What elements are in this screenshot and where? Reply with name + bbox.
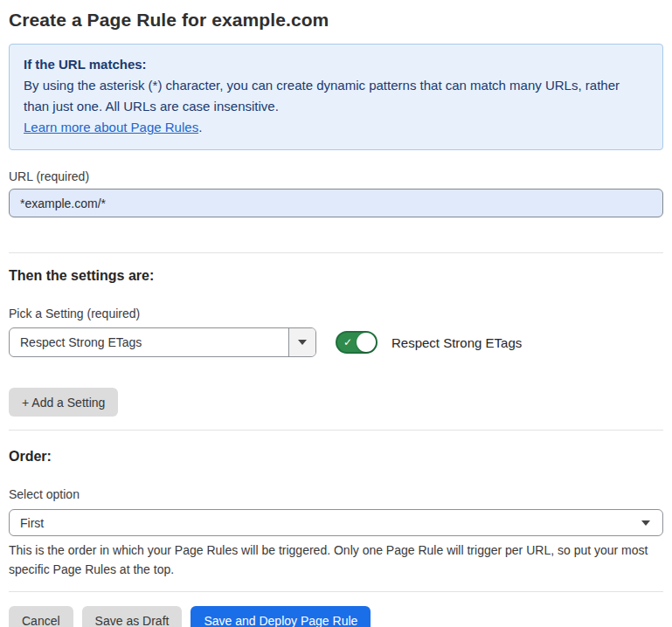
add-setting-button[interactable]: + Add a Setting xyxy=(9,388,118,417)
setting-picker-label: Pick a Setting (required) xyxy=(9,306,663,321)
url-field-label: URL (required) xyxy=(9,169,663,184)
respect-strong-etags-toggle[interactable]: ✓ xyxy=(336,331,378,354)
divider xyxy=(9,430,663,431)
learn-more-link[interactable]: Learn more about Page Rules xyxy=(24,120,198,134)
page-title: Create a Page Rule for example.com xyxy=(9,10,663,31)
chevron-down-icon xyxy=(298,340,307,345)
order-select[interactable]: First xyxy=(9,509,663,536)
info-link-suffix: . xyxy=(198,120,202,134)
toggle-check-icon: ✓ xyxy=(343,337,352,348)
chevron-down-icon xyxy=(641,520,650,526)
setting-select-chevron-button[interactable] xyxy=(288,328,315,356)
info-body-text: By using the asterisk (*) character, you… xyxy=(24,75,648,117)
url-match-info-callout: If the URL matches: By using the asteris… xyxy=(9,44,663,150)
setting-select-value: Respect Strong ETags xyxy=(10,335,288,349)
page-rule-form: Create a Page Rule for example.com If th… xyxy=(0,10,672,627)
order-select-value: First xyxy=(10,516,641,530)
divider xyxy=(9,591,663,592)
toggle-label: Respect Strong ETags xyxy=(391,335,522,350)
footer-actions: Cancel Save as Draft Save and Deploy Pag… xyxy=(9,606,663,627)
info-link-line: Learn more about Page Rules. xyxy=(24,117,648,138)
info-heading: If the URL matches: xyxy=(24,54,648,75)
setting-toggle-group: ✓ Respect Strong ETags xyxy=(336,331,522,354)
order-select-label: Select option xyxy=(9,486,663,502)
divider xyxy=(9,252,663,253)
url-input[interactable] xyxy=(9,189,663,217)
settings-section-heading: Then the settings are: xyxy=(9,267,663,285)
cancel-button[interactable]: Cancel xyxy=(9,606,73,627)
save-as-draft-button[interactable]: Save as Draft xyxy=(82,606,183,627)
order-help-text: This is the order in which your Page Rul… xyxy=(9,541,655,579)
toggle-knob xyxy=(357,333,376,352)
order-section-heading: Order: xyxy=(9,448,663,465)
setting-select[interactable]: Respect Strong ETags xyxy=(9,327,316,357)
save-and-deploy-button[interactable]: Save and Deploy Page Rule xyxy=(191,606,371,627)
setting-row: Respect Strong ETags ✓ Respect Strong ET… xyxy=(9,327,663,357)
